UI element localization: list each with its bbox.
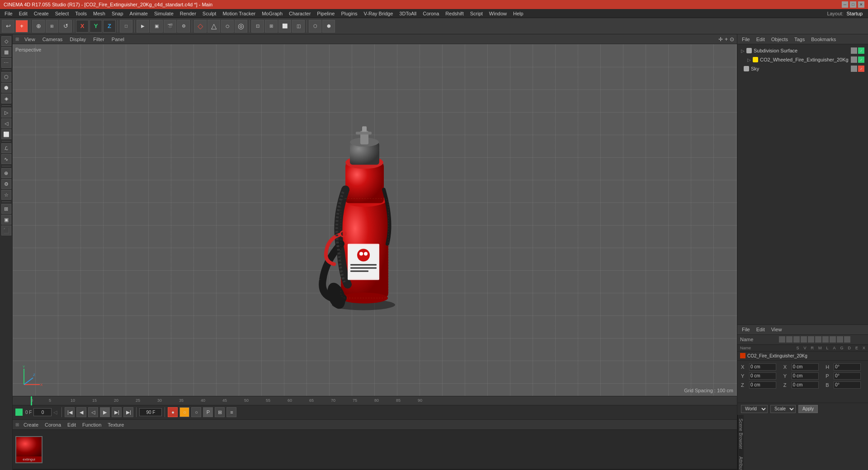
props-icon-10[interactable] — [844, 336, 850, 343]
left-tool-11[interactable]: ∿ — [1, 154, 11, 164]
menu-render[interactable]: Render — [177, 10, 199, 17]
left-tool-2[interactable]: ▦ — [1, 47, 11, 57]
left-tool-7[interactable]: ▷ — [1, 108, 11, 118]
snap-tool[interactable]: ⊡ — [251, 20, 264, 33]
menu-3dtoall[interactable]: 3DToAll — [396, 10, 419, 17]
scale-tool[interactable]: ⊞ — [46, 20, 58, 33]
render-settings[interactable]: ⚙ — [177, 20, 190, 33]
grid-tool[interactable]: ⊞ — [265, 20, 278, 33]
menu-mesh[interactable]: Mesh — [90, 10, 108, 17]
next-frame-btn[interactable]: ▶| — [112, 407, 122, 417]
go-end-btn[interactable]: ▶| — [123, 407, 133, 417]
left-tool-15[interactable]: ⊞ — [1, 204, 11, 214]
maximize-button[interactable]: □ — [850, 1, 856, 8]
key-red-btn[interactable]: ● — [168, 407, 178, 417]
props-icon-5[interactable] — [808, 336, 814, 343]
menu-motion-tracker[interactable]: Motion Tracker — [220, 10, 258, 17]
poly-mode[interactable]: ◎ — [235, 20, 247, 33]
props-icon-2[interactable] — [786, 336, 793, 343]
obj-menu-file[interactable]: File — [740, 36, 752, 43]
left-tool-4[interactable]: ⬡ — [1, 72, 11, 82]
y-axis-btn[interactable]: Y — [90, 20, 102, 33]
menu-corona[interactable]: Corona — [420, 10, 442, 17]
prev-frame-btn[interactable]: ◀ — [76, 407, 86, 417]
rotate-tool[interactable]: ↺ — [59, 20, 72, 33]
y2-input[interactable] — [792, 372, 819, 380]
menu-redshift[interactable]: Redshift — [443, 10, 466, 17]
x-axis-btn[interactable]: X — [76, 20, 89, 33]
z2-input[interactable] — [792, 381, 819, 389]
props-icon-6[interactable] — [815, 336, 821, 343]
obj-check-co2[interactable]: ✓ — [858, 56, 864, 63]
tool5[interactable]: ⬡ — [309, 20, 321, 33]
play-btn[interactable]: ▶ — [100, 407, 110, 417]
y-pos-input[interactable] — [749, 372, 776, 380]
vp-icon-2[interactable]: + — [725, 36, 728, 42]
minimize-button[interactable]: ─ — [842, 1, 848, 8]
vp-menu-filter[interactable]: Filter — [91, 36, 106, 43]
left-tool-16[interactable]: ▣ — [1, 215, 11, 225]
left-tool-6[interactable]: ◈ — [1, 94, 11, 103]
apply-button[interactable]: Apply — [798, 405, 818, 413]
point-mode[interactable]: △ — [208, 20, 220, 33]
mat-menu-function[interactable]: Function — [80, 421, 103, 428]
left-tool-8[interactable]: ◁ — [1, 118, 11, 128]
vp-icon-1[interactable]: ✛ — [718, 36, 723, 42]
menu-select[interactable]: Select — [52, 10, 72, 17]
key-yellow-btn[interactable]: ○ — [179, 407, 189, 417]
obj-menu-bookmarks[interactable]: Bookmarks — [809, 36, 838, 43]
frame-input[interactable] — [33, 408, 52, 416]
props-menu-edit[interactable]: Edit — [755, 326, 767, 333]
key-circle-btn[interactable]: ○ — [191, 407, 201, 417]
menu-animate[interactable]: Animate — [127, 10, 151, 17]
mat-menu-create[interactable]: Create — [22, 421, 40, 428]
workplane-tool[interactable]: ⬜ — [278, 20, 291, 33]
menu-file[interactable]: File — [2, 10, 15, 17]
vp-menu-panel[interactable]: Panel — [110, 36, 126, 43]
lock-btn[interactable]: □ — [120, 20, 132, 33]
render-to-picture[interactable]: 🎬 — [164, 20, 176, 33]
menu-character[interactable]: Character — [286, 10, 313, 17]
end-frame-input[interactable] — [139, 408, 162, 416]
texture-tool[interactable]: ◫ — [292, 20, 305, 33]
vp-menu-display[interactable]: Display — [68, 36, 88, 43]
attribute-tab[interactable]: Attributes — [737, 453, 744, 470]
go-start-btn[interactable]: |◀ — [65, 407, 75, 417]
vp-menu-view[interactable]: View — [23, 36, 37, 43]
timeline-more-btn[interactable]: ≡ — [226, 407, 236, 417]
menu-simulate[interactable]: Simulate — [151, 10, 176, 17]
timeline-settings-btn[interactable]: ⊞ — [215, 407, 225, 417]
render-active[interactable]: ▶ — [137, 20, 149, 33]
p-input[interactable] — [834, 372, 861, 380]
mat-menu-edit[interactable]: Edit — [66, 421, 78, 428]
props-menu-file[interactable]: File — [740, 326, 752, 333]
menu-vray[interactable]: V-Ray Bridge — [361, 10, 396, 17]
menu-pipeline[interactable]: Pipeline — [314, 10, 337, 17]
key-p-btn[interactable]: P — [203, 407, 213, 417]
obj-menu-objects[interactable]: Objects — [769, 36, 790, 43]
props-icon-3[interactable] — [793, 336, 800, 343]
menu-tools[interactable]: Tools — [72, 10, 90, 17]
menu-help[interactable]: Help — [510, 10, 526, 17]
left-tool-10[interactable]: ℒ — [1, 143, 11, 153]
viewport[interactable]: Perspective — [13, 44, 737, 396]
material-thumbnail[interactable]: extingui — [15, 436, 42, 463]
props-icon-8[interactable] — [830, 336, 836, 343]
left-tool-3[interactable]: ⋯ — [1, 58, 11, 68]
menu-create[interactable]: Create — [31, 10, 52, 17]
left-tool-17[interactable]: ⬛ — [1, 226, 11, 235]
props-menu-view[interactable]: View — [769, 326, 784, 333]
props-icon-4[interactable] — [801, 336, 807, 343]
mat-menu-corona[interactable]: Corona — [43, 421, 63, 428]
z-pos-input[interactable] — [749, 381, 776, 389]
world-dropdown[interactable]: World Object — [741, 405, 768, 413]
obj-menu-tags[interactable]: Tags — [793, 36, 807, 43]
menu-plugins[interactable]: Plugins — [338, 10, 360, 17]
menu-sculpt[interactable]: Sculpt — [200, 10, 219, 17]
x-pos-input[interactable] — [749, 363, 776, 371]
props-icon-9[interactable] — [837, 336, 843, 343]
vp-menu-cameras[interactable]: Cameras — [41, 36, 65, 43]
play-reverse-btn[interactable]: ◁ — [88, 407, 98, 417]
menu-script[interactable]: Script — [467, 10, 486, 17]
undo-button[interactable]: ↩ — [2, 20, 14, 33]
